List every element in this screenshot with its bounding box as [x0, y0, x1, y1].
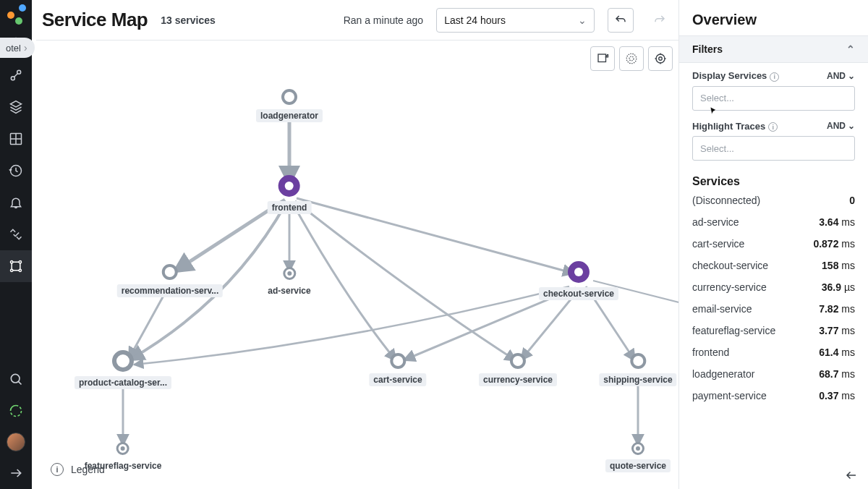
- info-icon: i: [768, 122, 778, 132]
- services-list: (Disconnected)0ad-service3.64 mscart-ser…: [679, 190, 868, 407]
- service-row[interactable]: frontend61.4 ms: [679, 341, 868, 363]
- time-range-label: Last 24 hours: [444, 14, 506, 26]
- legend[interactable]: i Legend: [51, 463, 105, 476]
- svg-point-6: [19, 269, 21, 271]
- node-shipping[interactable]: shipping-service: [599, 353, 676, 386]
- last-run-text: Ran a minute ago: [344, 14, 424, 26]
- svg-point-4: [19, 261, 21, 263]
- environment-name: otel: [6, 43, 21, 54]
- chevron-down-icon: ⌄: [578, 14, 587, 26]
- service-name: cart-service: [692, 238, 744, 250]
- service-row[interactable]: featureflag-service3.77 ms: [679, 320, 868, 341]
- node-currency[interactable]: currency-service: [479, 353, 557, 386]
- service-name: email-service: [692, 303, 752, 315]
- service-latency: 7.82 ms: [819, 303, 855, 315]
- redo-button[interactable]: [647, 8, 673, 33]
- node-cart[interactable]: cart-service: [369, 353, 426, 386]
- nav-boards[interactable]: [0, 123, 32, 155]
- nav-datasets[interactable]: [0, 91, 32, 123]
- page-title: Service Map: [42, 9, 148, 31]
- nav-search[interactable]: [0, 363, 32, 395]
- service-row[interactable]: cart-service0.872 ms: [679, 233, 868, 255]
- filter-logic-toggle[interactable]: AND ⌄: [827, 121, 855, 131]
- svg-point-5: [11, 269, 13, 271]
- collapse-panel-button[interactable]: [843, 467, 859, 483]
- node-ad[interactable]: ad-service: [263, 267, 315, 297]
- app-logo: [6, 4, 26, 25]
- overview-panel: Overview Filters ⌃ Display Servicesi AND…: [678, 0, 868, 489]
- info-icon: i: [51, 463, 64, 476]
- highlight-traces-filter: Highlight Tracesi AND ⌄ Select...: [679, 114, 868, 164]
- filters-header[interactable]: Filters ⌃: [679, 35, 868, 63]
- svg-point-3: [11, 261, 13, 263]
- overview-title: Overview: [679, 0, 868, 35]
- nav-slo[interactable]: [0, 218, 32, 250]
- nav-service-map[interactable]: [0, 250, 32, 282]
- service-latency: 3.64 ms: [819, 216, 855, 228]
- time-range-picker[interactable]: Last 24 hours ⌄: [436, 8, 595, 33]
- service-row[interactable]: currency-service36.9 µs: [679, 276, 868, 298]
- service-latency: 158 ms: [822, 260, 855, 271]
- service-row[interactable]: checkout-service158 ms: [679, 255, 868, 276]
- service-count: 13 services: [161, 14, 216, 26]
- service-name: payment-service: [692, 390, 767, 401]
- undo-button[interactable]: [608, 8, 634, 33]
- chevron-up-icon: ⌃: [846, 43, 855, 55]
- service-row[interactable]: ad-service3.64 ms: [679, 211, 868, 233]
- highlight-traces-select[interactable]: Select...: [692, 136, 855, 161]
- service-name: loadgenerator: [692, 368, 754, 380]
- nav-explore[interactable]: [0, 59, 32, 91]
- user-avatar[interactable]: [7, 433, 25, 451]
- node-quote[interactable]: quote-service: [605, 442, 671, 472]
- node-recommendation[interactable]: recommendation-serv...: [117, 264, 223, 297]
- environment-chip[interactable]: otel ›: [0, 38, 35, 58]
- display-services-filter: Display Servicesi AND ⌄ Select...: [679, 63, 868, 114]
- nav-history[interactable]: [0, 155, 32, 187]
- service-latency: 3.77 ms: [819, 325, 855, 336]
- node-checkout[interactable]: checkout-service: [539, 261, 618, 300]
- svg-point-7: [11, 374, 20, 383]
- service-row[interactable]: payment-service0.37 ms: [679, 385, 868, 407]
- service-latency: 36.9 µs: [822, 281, 855, 293]
- service-name: frontend: [692, 346, 729, 358]
- left-nav: [0, 0, 32, 489]
- filter-logic-toggle[interactable]: AND ⌄: [827, 71, 855, 81]
- service-row[interactable]: email-service7.82 ms: [679, 298, 868, 320]
- nav-usage[interactable]: [0, 395, 32, 427]
- service-latency: 0.872 ms: [813, 238, 855, 250]
- service-name: (Disconnected): [692, 195, 760, 206]
- service-name: checkout-service: [692, 260, 768, 271]
- nav-collapse[interactable]: [0, 457, 32, 489]
- service-latency: 61.4 ms: [819, 346, 855, 358]
- service-latency: 0.37 ms: [819, 390, 855, 401]
- service-latency: 0: [849, 195, 855, 206]
- service-map-canvas[interactable]: loadgenerator frontend recommendation-se…: [36, 41, 678, 489]
- service-name: ad-service: [692, 216, 739, 228]
- node-frontend[interactable]: frontend: [268, 175, 312, 214]
- service-name: featureflag-service: [692, 325, 775, 336]
- service-row[interactable]: (Disconnected)0: [679, 190, 868, 211]
- services-list-title: Services: [679, 163, 868, 190]
- info-icon: i: [770, 72, 779, 82]
- service-row[interactable]: loadgenerator68.7 ms: [679, 363, 868, 385]
- nav-alerts[interactable]: [0, 187, 32, 218]
- page-header: Service Map 13 services Ran a minute ago…: [36, 0, 678, 41]
- service-latency: 68.7 ms: [819, 368, 855, 380]
- chevron-right-icon: ›: [24, 42, 27, 54]
- service-name: currency-service: [692, 281, 767, 293]
- display-services-select[interactable]: Select...: [692, 86, 855, 111]
- node-loadgenerator[interactable]: loadgenerator: [256, 89, 323, 122]
- node-product-catalog[interactable]: product-catalog-ser...: [75, 350, 171, 389]
